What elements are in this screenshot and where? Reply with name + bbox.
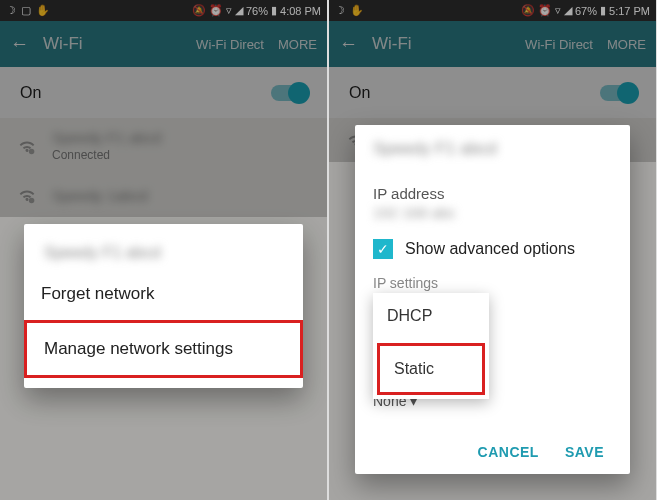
- ip-settings-label: IP settings: [373, 275, 612, 291]
- forget-network-item[interactable]: Forget network: [24, 268, 303, 320]
- dialog-title: Speedy F1 abcd: [24, 230, 303, 268]
- show-advanced-label: Show advanced options: [405, 240, 575, 258]
- dialog-actions: CANCEL SAVE: [373, 432, 612, 466]
- dialog-title: Speedy F1 abcd: [373, 139, 612, 159]
- dhcp-option[interactable]: DHCP: [373, 293, 489, 339]
- network-context-dialog: Speedy F1 abcd Forget network Manage net…: [24, 224, 303, 388]
- static-option[interactable]: Static: [377, 343, 485, 395]
- manage-network-settings-item[interactable]: Manage network settings: [24, 320, 303, 378]
- show-advanced-row[interactable]: ✓ Show advanced options: [373, 239, 612, 259]
- ip-address-label: IP address: [373, 185, 612, 202]
- cancel-button[interactable]: CANCEL: [478, 444, 539, 460]
- screenshot-left: ☽ ▢ ✋ 🔕 ⏰ ▿ ◢ 76% ▮ 4:08 PM ← Wi-Fi Wi-F…: [0, 0, 327, 500]
- checkbox-checked-icon[interactable]: ✓: [373, 239, 393, 259]
- screenshot-right: ☽ ✋ 🔕 ⏰ ▿ ◢ 67% ▮ 5:17 PM ← Wi-Fi Wi-Fi …: [329, 0, 656, 500]
- manage-network-dialog: Speedy F1 abcd IP address 192 168 abc ✓ …: [355, 125, 630, 474]
- ip-settings-dropdown: DHCP Static: [373, 293, 489, 399]
- ip-address-value: 192 168 abc: [373, 204, 612, 221]
- save-button[interactable]: SAVE: [565, 444, 604, 460]
